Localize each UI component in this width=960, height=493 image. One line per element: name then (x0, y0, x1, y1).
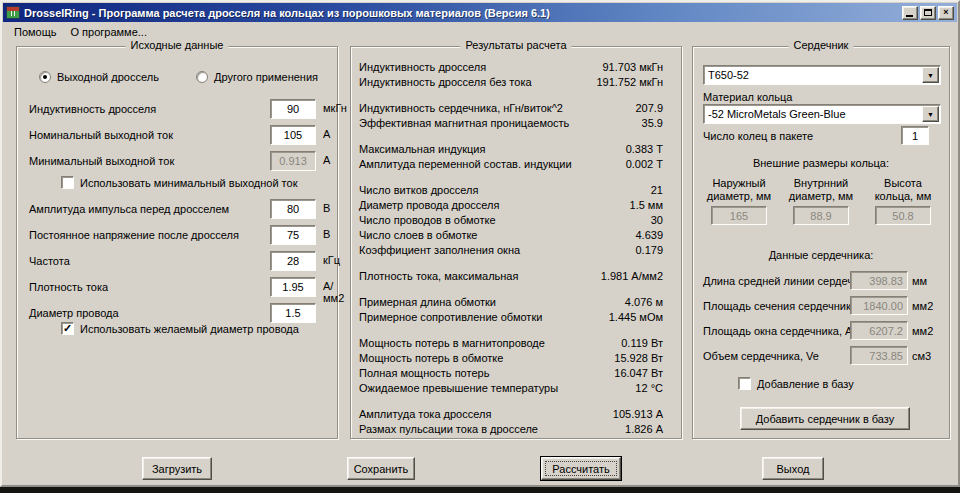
core-data-row: Площадь сечения сердечника, Ае мм2 (703, 296, 943, 315)
load-button[interactable]: Загрузить (142, 457, 212, 480)
field-row: Амплитуда импульса перед дросселем В (29, 199, 327, 219)
core-data-row: Площадь окна сердечника, Ап мм2 (703, 321, 943, 340)
radio-output-choke[interactable]: Выходной дроссель (39, 71, 159, 83)
add-core-button[interactable]: Добавить сердечник в базу (740, 407, 910, 430)
field-row: Минимальный выходной ток А (29, 151, 327, 171)
use-wire-diameter-checkbox[interactable]: ✓ Использовать желаемый диаметр провода (61, 322, 299, 335)
checkbox-unchecked-icon (738, 377, 751, 390)
min-current-label: Минимальный выходной ток (29, 155, 174, 167)
nominal-current-input[interactable] (270, 125, 316, 145)
field-row: Частота кГц (29, 251, 327, 271)
pulse-amplitude-label: Амплитуда импульса перед дросселем (29, 203, 229, 215)
result-row: Размах пульсации тока в дросселе1.826 А (351, 422, 681, 437)
path-length-input (850, 271, 908, 290)
maximize-icon (924, 9, 932, 16)
add-to-db-checkbox[interactable]: Добавление в базу (738, 377, 854, 390)
path-length-unit: мм (912, 275, 927, 287)
radio-output-choke-label: Выходной дроссель (57, 71, 159, 83)
dc-voltage-input[interactable] (270, 225, 316, 245)
inner-diameter-input (793, 206, 849, 225)
results-groupbox: Результаты расчета Индуктивность дроссел… (350, 46, 682, 439)
window-area-label: Площадь окна сердечника, Ап (703, 325, 858, 337)
result-row: Примерная длина обмотки4.076 м (351, 295, 681, 310)
core-groupbox: Сердечник Т650-52 ▼ Материал кольца -52 … (692, 46, 950, 439)
result-row: Мощность потерь в магнитопроводе0.119 Вт (351, 336, 681, 351)
nominal-current-unit: А (323, 128, 330, 140)
rings-count-input[interactable] (901, 126, 929, 145)
min-current-input (270, 151, 316, 171)
rings-count-label: Число колец в пакете (703, 130, 813, 142)
ring-height-input (875, 206, 931, 225)
window-area-unit: мм2 (912, 325, 933, 337)
result-row: Амплитуда переменной состав. индукции0.0… (351, 157, 681, 172)
radio-off-icon (196, 71, 208, 83)
chevron-down-icon[interactable]: ▼ (922, 106, 939, 122)
app-window: DrosselRing - Программа расчета дросселя… (0, 0, 960, 487)
maximize-button[interactable] (920, 6, 936, 20)
check-icon: ✓ (63, 323, 72, 334)
checkbox-unchecked-icon (61, 176, 74, 189)
result-row: Мощность потерь в обмотке15.928 Вт (351, 351, 681, 366)
save-button[interactable]: Сохранить (347, 457, 415, 480)
inductance-label: Индуктивность дросселя (29, 103, 156, 115)
wire-diameter-input[interactable] (270, 303, 316, 323)
calculate-button[interactable]: Рассчитать (541, 457, 621, 480)
pulse-amplitude-unit: В (323, 202, 330, 214)
result-row: Амплитуда тока дросселя105.913 А (351, 407, 681, 422)
radio-other-use[interactable]: Другого применения (196, 71, 318, 83)
results-group-title: Результаты расчета (460, 39, 571, 51)
result-row: Полная мощность потерь16.047 Вт (351, 366, 681, 381)
window-title: DrosselRing - Программа расчета дросселя… (24, 7, 550, 19)
core-volume-input (850, 346, 908, 365)
field-row: Плотность тока А/мм2 (29, 277, 327, 297)
min-current-unit: А (323, 154, 330, 166)
inductance-input[interactable] (270, 99, 316, 119)
current-density-label: Плотность тока (29, 281, 108, 293)
use-min-current-checkbox[interactable]: Использовать минимальный выходной ток (61, 176, 297, 189)
inputs-group-title: Исходные данные (126, 39, 229, 51)
dc-voltage-unit: В (323, 228, 330, 240)
minimize-button[interactable] (902, 6, 918, 20)
core-volume-label: Объем сердечника, Ve (703, 350, 819, 362)
outer-diameter-col: Наружный диаметр, мм (701, 177, 777, 225)
menu-about[interactable]: О программе... (64, 25, 154, 39)
field-row: Номинальный выходной ток А (29, 125, 327, 145)
material-select[interactable]: -52 MicroMetals Green-Blue ▼ (703, 104, 941, 124)
window-area-input (850, 321, 908, 340)
exit-button[interactable]: Выход (762, 457, 824, 480)
wire-diameter-label: Диаметр провода (29, 307, 119, 319)
result-row: Число проводов в обмотке30 (351, 213, 681, 228)
core-group-title: Сердечник (789, 39, 854, 51)
radio-on-icon (39, 71, 51, 83)
outer-dims-title: Внешние размеры кольца: (693, 157, 949, 169)
frequency-input[interactable] (270, 251, 316, 271)
core-data-row: Длина средней линии сердечника, le мм (703, 271, 943, 290)
checkbox-checked-icon: ✓ (61, 322, 74, 335)
radio-other-use-label: Другого применения (214, 71, 318, 83)
core-type-value: Т650-52 (704, 69, 921, 81)
title-bar[interactable]: DrosselRing - Программа расчета дросселя… (3, 3, 957, 22)
ring-height-col: Высота кольца, мм (865, 177, 941, 225)
use-min-current-label: Использовать минимальный выходной ток (80, 177, 297, 189)
core-type-select[interactable]: Т650-52 ▼ (703, 65, 941, 85)
close-button[interactable]: × (938, 6, 954, 20)
cross-section-unit: мм2 (912, 300, 933, 312)
result-row: Эффективная магнитная проницаемость35.9 (351, 116, 681, 131)
cross-section-input (850, 296, 908, 315)
menu-help[interactable]: Помощь (7, 25, 64, 39)
pulse-amplitude-input[interactable] (270, 199, 316, 219)
result-row: Ожидаемое превышение температуры12 °С (351, 381, 681, 396)
dc-voltage-label: Постоянное напряжение после дросселя (29, 229, 239, 241)
field-row: Диаметр провода (29, 303, 327, 323)
current-density-input[interactable] (270, 277, 316, 297)
result-row: Примерное сопротивление обмотки1.445 мОм (351, 310, 681, 325)
chevron-down-icon[interactable]: ▼ (922, 67, 939, 83)
app-icon (6, 6, 20, 19)
result-row: Максимальная индукция0.383 Т (351, 142, 681, 157)
frequency-label: Частота (29, 255, 70, 267)
desktop-edge (0, 487, 960, 493)
core-data-row: Объем сердечника, Ve см3 (703, 346, 943, 365)
result-row: Число слоев в обмотке4.639 (351, 228, 681, 243)
inductance-unit: мкГн (323, 102, 347, 114)
minimize-icon (906, 15, 913, 17)
